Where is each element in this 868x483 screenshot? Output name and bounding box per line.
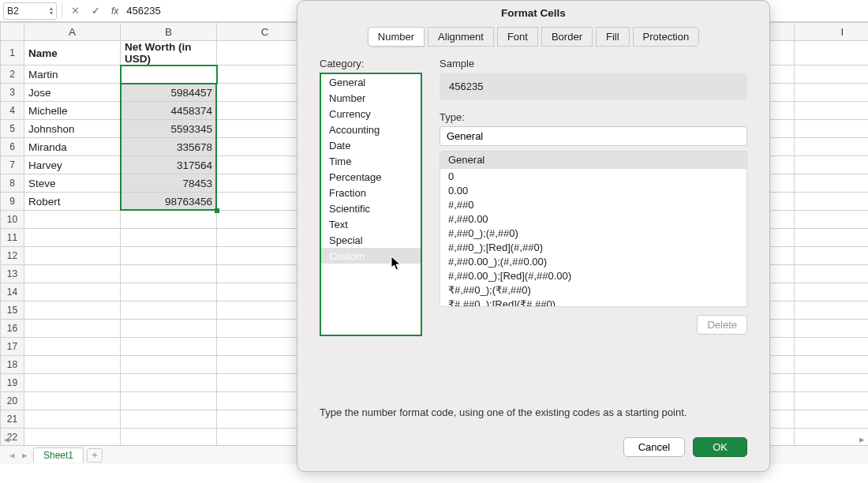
cell[interactable]: Miranda <box>24 138 121 156</box>
cell[interactable]: Martin <box>24 66 121 84</box>
cell[interactable] <box>121 301 217 320</box>
column-header[interactable]: B <box>121 23 217 41</box>
type-list[interactable]: General00.00#,##0#,##0.00#,##0_);(#,##0)… <box>440 151 747 307</box>
cell[interactable]: Michelle <box>24 102 121 120</box>
row-header[interactable]: 18 <box>1 356 24 374</box>
cell[interactable] <box>795 374 869 392</box>
cell[interactable] <box>795 84 869 102</box>
cell[interactable] <box>121 410 217 429</box>
type-option[interactable]: #,##0_);[Red](#,##0) <box>440 240 746 254</box>
cell[interactable]: Johnshon <box>24 120 121 138</box>
cell[interactable] <box>795 211 869 229</box>
cell[interactable]: 456235 <box>121 66 217 84</box>
cell[interactable]: 335678 <box>121 138 217 156</box>
row-header[interactable]: 14 <box>1 283 24 301</box>
category-item[interactable]: General <box>321 74 421 90</box>
type-option[interactable]: ₹#.##0_);[Red](₹#.##0) <box>440 297 746 307</box>
type-option[interactable]: #,##0_);(#,##0) <box>440 226 746 240</box>
row-header[interactable]: 17 <box>1 338 24 356</box>
cell[interactable] <box>795 247 869 265</box>
cell[interactable] <box>121 283 217 301</box>
row-header[interactable]: 10 <box>1 211 24 229</box>
cell[interactable] <box>795 283 869 301</box>
cell[interactable]: Steve <box>24 174 121 193</box>
row-header[interactable]: 4 <box>1 102 24 120</box>
tab-fill[interactable]: Fill <box>596 27 630 47</box>
row-header[interactable]: 21 <box>1 410 24 429</box>
cell[interactable] <box>121 338 217 356</box>
cancel-button[interactable]: Cancel <box>623 437 685 457</box>
sheet-tab[interactable]: Sheet1 <box>33 447 84 462</box>
cell[interactable] <box>24 338 121 356</box>
ok-button[interactable]: OK <box>693 437 747 457</box>
cell[interactable] <box>24 320 121 338</box>
row-header[interactable]: 9 <box>1 193 24 211</box>
tab-nav-prev-icon[interactable]: ▸ <box>19 449 30 461</box>
type-option[interactable]: #,##0.00_);[Red](#,##0.00) <box>440 268 746 283</box>
cell[interactable] <box>24 229 121 247</box>
tab-alignment[interactable]: Alignment <box>428 27 494 47</box>
cell[interactable]: 317564 <box>121 156 217 174</box>
cell[interactable] <box>795 156 869 174</box>
cell[interactable]: 5593345 <box>121 120 217 138</box>
type-option[interactable]: #,##0.00_);(#,##0.00) <box>440 254 746 268</box>
cell[interactable] <box>795 320 869 338</box>
row-header[interactable]: 5 <box>1 120 24 138</box>
row-header[interactable]: 7 <box>1 156 24 174</box>
cell[interactable]: 98763456 <box>121 193 217 211</box>
row-header[interactable]: 13 <box>1 265 24 283</box>
select-all-cell[interactable] <box>1 23 24 41</box>
cell[interactable] <box>121 211 217 229</box>
row-header[interactable]: 1 <box>1 41 24 66</box>
cell[interactable]: 4458374 <box>121 102 217 120</box>
cell[interactable] <box>24 392 121 410</box>
cell[interactable]: 78453 <box>121 174 217 193</box>
cell[interactable] <box>795 229 869 247</box>
cancel-edit-icon[interactable]: ✕ <box>67 3 83 19</box>
cell[interactable] <box>795 41 869 66</box>
cell[interactable] <box>795 174 869 193</box>
category-item[interactable]: Accounting <box>321 122 421 137</box>
selection-fill-handle[interactable] <box>215 208 219 213</box>
add-sheet-button[interactable]: + <box>87 448 103 462</box>
cell[interactable] <box>24 265 121 283</box>
row-header[interactable]: 19 <box>1 374 24 392</box>
confirm-edit-icon[interactable]: ✓ <box>88 3 103 19</box>
cell[interactable]: Harvey <box>24 156 121 174</box>
delete-button[interactable]: Delete <box>697 315 747 335</box>
cell[interactable] <box>121 247 217 265</box>
cell[interactable] <box>24 374 121 392</box>
cell[interactable] <box>24 429 121 447</box>
cell[interactable] <box>121 265 217 283</box>
type-option[interactable]: 0.00 <box>440 183 746 197</box>
row-header[interactable]: 20 <box>1 392 24 410</box>
cell[interactable] <box>121 392 217 410</box>
cell[interactable] <box>121 229 217 247</box>
tab-border[interactable]: Border <box>541 27 593 47</box>
cell[interactable] <box>24 283 121 301</box>
type-option[interactable]: #,##0.00 <box>440 212 746 226</box>
category-item[interactable]: Custom <box>321 248 421 264</box>
cell[interactable] <box>121 374 217 392</box>
row-header[interactable]: 11 <box>1 229 24 247</box>
tab-protection[interactable]: Protection <box>633 27 700 47</box>
cell[interactable] <box>795 66 869 84</box>
row-header[interactable]: 3 <box>1 84 24 102</box>
category-list[interactable]: GeneralNumberCurrencyAccountingDateTimeP… <box>320 73 422 336</box>
cell[interactable] <box>121 320 217 338</box>
cell[interactable] <box>24 410 121 429</box>
tab-number[interactable]: Number <box>368 27 425 47</box>
cell[interactable] <box>795 392 869 410</box>
category-item[interactable]: Fraction <box>321 185 421 200</box>
cell[interactable] <box>795 138 869 156</box>
cell[interactable] <box>795 356 869 374</box>
cell[interactable]: 5984457 <box>121 84 217 102</box>
formula-value[interactable]: 456235 <box>126 5 160 17</box>
cell[interactable] <box>795 120 869 138</box>
type-option[interactable]: General <box>440 152 746 169</box>
type-option[interactable]: ₹#,##0_);(₹#,##0) <box>440 283 746 297</box>
row-header[interactable]: 6 <box>1 138 24 156</box>
category-item[interactable]: Date <box>321 137 421 153</box>
cell[interactable] <box>795 338 869 356</box>
fx-label[interactable]: fx <box>111 6 118 17</box>
